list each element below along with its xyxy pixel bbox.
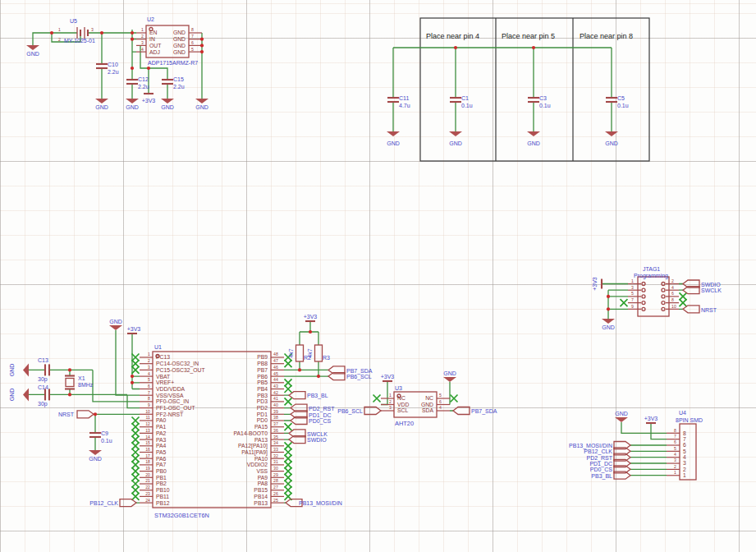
v33-label: +3V3	[381, 374, 395, 380]
pin-number: 29	[273, 472, 278, 477]
c14-value: 30p	[38, 401, 48, 407]
pin-number: 8	[671, 297, 674, 302]
connector-u4[interactable]: 8877665544332211 U4 8PIN SMD	[667, 410, 703, 480]
pin-name: GND	[173, 43, 186, 48]
pin-number: 6	[439, 399, 442, 404]
sensor-u3[interactable]: 1NC2VDD3SCL 5NC6GND4SDA U3 AHT20	[373, 385, 458, 427]
pin-number: 1	[148, 352, 150, 356]
no-connect-icon	[132, 455, 140, 462]
pb6-scl-net-label: PB6_SCL	[346, 374, 372, 380]
no-connect-icon	[680, 299, 687, 306]
pin-name: VSS	[256, 468, 268, 474]
capacitor-c9[interactable]: C9 0.1u	[89, 430, 112, 444]
pin-number: 6	[674, 439, 676, 444]
no-connect-icon	[132, 461, 140, 468]
mcu-u1[interactable]: 1PC132PC14-OSC32_IN3PC15-OSC32_OUT4VBAT5…	[132, 344, 292, 519]
no-connect-icon	[132, 467, 140, 475]
pin-name: 7	[683, 436, 686, 442]
pin-number: 5	[148, 377, 150, 382]
capacitor-c1[interactable]: C1 0.1u	[450, 95, 473, 108]
battery-value: MY-1025-01	[64, 38, 95, 44]
pin-name: PA5	[156, 449, 167, 455]
pin-name: GND	[173, 30, 186, 35]
c15-ref: C15	[173, 76, 184, 82]
pin-name: 2	[683, 467, 686, 472]
pin-number: 41	[273, 396, 278, 401]
capacitor-c10[interactable]: C10 2.2u	[96, 62, 119, 75]
no-connect-icon	[285, 467, 292, 475]
no-connect-icon	[285, 474, 292, 481]
pin-name: PA1	[156, 424, 167, 430]
pin-name: PB4	[257, 386, 268, 392]
c1-ref: C1	[461, 95, 469, 101]
nrst-net-label: NRST	[58, 412, 75, 417]
v33-label: +3V3	[644, 416, 658, 421]
pin-number: 7	[191, 34, 194, 39]
x1-value: 8MHz	[78, 382, 94, 388]
sensor-value: AHT20	[395, 420, 414, 427]
schematic-canvas[interactable]: Place near pin 4 Place near pin 5 Place …	[0, 0, 756, 552]
pin-name: PA7	[156, 462, 167, 467]
pin-number: 30	[273, 466, 278, 471]
jtag-pads	[638, 283, 669, 311]
pb3-bl-net-label: PB3_BL	[307, 393, 328, 399]
pin-name: PB8	[257, 361, 268, 366]
gnd-label: GND	[527, 140, 540, 146]
no-connect-icon	[373, 395, 381, 402]
swclk-net-label: SWCLK	[307, 431, 328, 437]
x1-ref: X1	[78, 375, 85, 381]
pin-number: 10	[145, 409, 150, 414]
no-connect-icon	[132, 493, 140, 500]
pin-name: PA3	[156, 437, 167, 443]
pin-name: 1	[683, 472, 686, 478]
pin-name: PD3	[257, 398, 268, 404]
gnd-label: GND	[9, 364, 15, 377]
pin-number: 13	[145, 428, 150, 433]
capacitor-c5[interactable]: C5 0.1u	[606, 95, 629, 108]
capacitor-c15[interactable]: C15 2.2u	[162, 76, 185, 90]
pin-name: 4	[683, 454, 686, 460]
pin-number: 27	[273, 485, 278, 490]
pin-number: 38	[273, 415, 278, 420]
pin-name: VREF+	[156, 380, 174, 385]
pin-number: 39	[273, 409, 278, 414]
capacitor-c12[interactable]: C12 2.2u	[126, 76, 149, 90]
connector-ref: U4	[679, 410, 686, 416]
pin-name: EN	[149, 30, 158, 35]
gnd-label: GND	[449, 140, 462, 146]
pin-number: 46	[273, 365, 278, 370]
c13-ref: C13	[38, 357, 48, 363]
pin-number: 28	[273, 478, 278, 483]
note-section-2: Place near pin 5	[502, 32, 555, 40]
capacitor-c14[interactable]: C14 30p	[38, 384, 49, 407]
capacitor-c3[interactable]: C3 0.1u	[528, 95, 551, 108]
pin-name: PA15	[254, 424, 268, 430]
pin-number: 22	[145, 485, 150, 490]
note-section-1: Place near pin 4	[426, 32, 479, 40]
pin-number: 7	[674, 434, 676, 439]
pin-number: 4	[141, 47, 144, 52]
no-connect-icon	[451, 395, 458, 402]
c10-ref: C10	[108, 62, 118, 67]
pin-number: 45	[273, 371, 278, 376]
capacitor-c11[interactable]: C11 4.7u	[387, 95, 410, 108]
c5-value: 0.1u	[617, 103, 629, 108]
v33-label: +3V3	[592, 277, 598, 291]
pin-name: PB0	[156, 468, 167, 474]
regulator-value: ADP1715ARMZ-R7	[148, 60, 198, 66]
crystal-x1[interactable]: X1 8MHz	[65, 375, 94, 389]
no-connect-icon	[132, 448, 140, 456]
no-connect-icon	[132, 417, 140, 425]
no-connect-icon	[285, 442, 292, 449]
v33-label: +3V3	[142, 98, 156, 104]
no-connect-icon	[285, 398, 292, 405]
pin-number: 1	[631, 278, 634, 283]
jtag-header[interactable]: 13579 246810 JTAG1 Programming	[621, 266, 687, 316]
pin-name: NC	[397, 395, 405, 401]
gnd-label: GND	[161, 104, 174, 110]
battery-u5[interactable]: 1 2 3 U5 MY-1025-01	[58, 18, 95, 44]
pin-name: VBAT	[156, 374, 170, 380]
regulator-u2[interactable]: 1EN2IN3OUT4ADJ 8GND7GND6GND5GND U2 ADP17…	[136, 16, 202, 66]
battery-symbol	[77, 27, 88, 39]
power-labels: GND GND GND GND GND +3V3 GND GND GND GND…	[9, 51, 658, 462]
